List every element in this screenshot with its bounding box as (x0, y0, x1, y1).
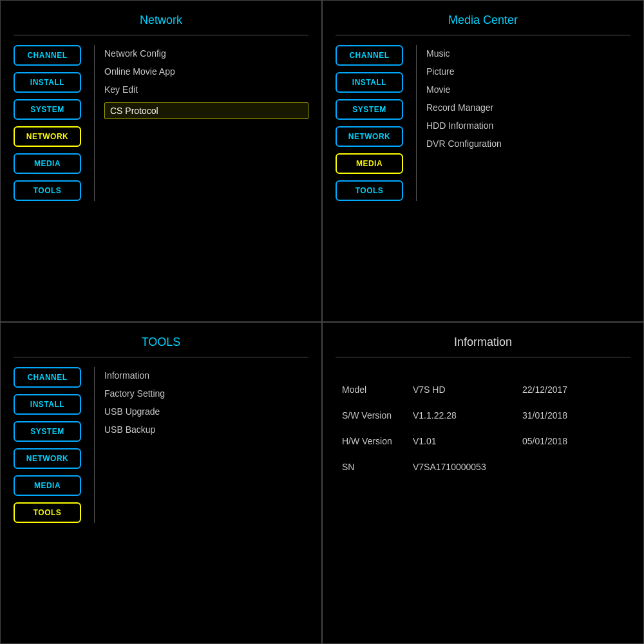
media-center-nav: CHANNEL INSTALL SYSTEM NETWORK MEDIA TOO… (336, 45, 406, 201)
info-row-hw: H/W Version V1.01 05/01/2018 (336, 428, 630, 454)
label-sn: SN (342, 462, 406, 472)
network-btn-install[interactable]: INSTALL (14, 72, 81, 93)
menu-online-movie[interactable]: Online Movie App (104, 66, 308, 77)
information-quadrant: Information Model V7S HD 22/12/2017 S/W … (322, 322, 644, 644)
media-center-quadrant: Media Center CHANNEL INSTALL SYSTEM NETW… (322, 0, 644, 322)
media-nav-divider (416, 45, 417, 201)
media-btn-network[interactable]: NETWORK (336, 126, 403, 147)
media-center-divider (336, 35, 630, 35)
tools-btn-tools[interactable]: TOOLS (14, 502, 81, 523)
tools-btn-system[interactable]: SYSTEM (14, 421, 81, 442)
value-sn: V7SA1710000053 (413, 462, 516, 472)
date-model: 22/12/2017 (522, 384, 567, 395)
label-model: Model (342, 384, 406, 395)
tools-nav: CHANNEL INSTALL SYSTEM NETWORK MEDIA TOO… (14, 367, 84, 523)
network-content: CHANNEL INSTALL SYSTEM NETWORK MEDIA TOO… (14, 45, 308, 201)
label-sw: S/W Version (342, 410, 406, 421)
date-sw: 31/01/2018 (522, 410, 567, 421)
information-divider (336, 357, 630, 357)
menu-record-manager[interactable]: Record Manager (426, 102, 630, 113)
menu-usb-upgrade[interactable]: USB Upgrade (104, 406, 308, 417)
network-divider (14, 35, 308, 35)
media-btn-channel[interactable]: CHANNEL (336, 45, 403, 66)
network-title: Network (140, 14, 182, 27)
media-btn-system[interactable]: SYSTEM (336, 99, 403, 120)
value-model: V7S HD (413, 384, 516, 395)
value-hw: V1.01 (413, 436, 516, 446)
network-menu: Network Config Online Movie App Key Edit… (104, 45, 308, 201)
value-sw: V1.1.22.28 (413, 410, 516, 421)
tools-title: TOOLS (142, 336, 181, 349)
tools-content: CHANNEL INSTALL SYSTEM NETWORK MEDIA TOO… (14, 367, 308, 523)
info-row-sw: S/W Version V1.1.22.28 31/01/2018 (336, 402, 630, 428)
date-hw: 05/01/2018 (522, 436, 567, 446)
media-menu: Music Picture Movie Record Manager HDD I… (426, 45, 630, 201)
network-nav-divider (94, 45, 95, 201)
menu-music[interactable]: Music (426, 48, 630, 59)
tools-btn-channel[interactable]: CHANNEL (14, 367, 81, 388)
tools-btn-network[interactable]: NETWORK (14, 448, 81, 469)
menu-cs-protocol[interactable]: CS Protocol (104, 102, 308, 119)
menu-dvr-configuration[interactable]: DVR Configuration (426, 138, 630, 149)
media-center-content: CHANNEL INSTALL SYSTEM NETWORK MEDIA TOO… (336, 45, 630, 201)
information-panel: Model V7S HD 22/12/2017 S/W Version V1.1… (336, 367, 630, 480)
network-nav: CHANNEL INSTALL SYSTEM NETWORK MEDIA TOO… (14, 45, 84, 201)
menu-information[interactable]: Information (104, 370, 308, 381)
media-btn-install[interactable]: INSTALL (336, 72, 403, 93)
tools-nav-divider (94, 367, 95, 523)
tools-btn-media[interactable]: MEDIA (14, 475, 81, 496)
media-btn-media[interactable]: MEDIA (336, 153, 403, 174)
network-btn-system[interactable]: SYSTEM (14, 99, 81, 120)
menu-picture[interactable]: Picture (426, 66, 630, 77)
info-row-model: Model V7S HD 22/12/2017 (336, 377, 630, 402)
media-btn-tools[interactable]: TOOLS (336, 180, 403, 201)
label-hw: H/W Version (342, 436, 406, 446)
info-row-sn: SN V7SA1710000053 (336, 454, 630, 480)
network-btn-network[interactable]: NETWORK (14, 126, 81, 147)
menu-key-edit[interactable]: Key Edit (104, 84, 308, 95)
menu-network-config[interactable]: Network Config (104, 48, 308, 59)
information-title: Information (454, 336, 512, 349)
tools-divider (14, 357, 308, 357)
network-btn-tools[interactable]: TOOLS (14, 180, 81, 201)
menu-factory-setting[interactable]: Factory Setting (104, 388, 308, 399)
tools-menu: Information Factory Setting USB Upgrade … (104, 367, 308, 523)
menu-usb-backup[interactable]: USB Backup (104, 424, 308, 435)
media-center-title: Media Center (448, 14, 518, 27)
menu-movie[interactable]: Movie (426, 84, 630, 95)
main-grid: Network CHANNEL INSTALL SYSTEM NETWORK M… (0, 0, 644, 644)
tools-quadrant: TOOLS CHANNEL INSTALL SYSTEM NETWORK MED… (0, 322, 322, 644)
tools-btn-install[interactable]: INSTALL (14, 394, 81, 415)
network-btn-channel[interactable]: CHANNEL (14, 45, 81, 66)
network-btn-media[interactable]: MEDIA (14, 153, 81, 174)
menu-hdd-information[interactable]: HDD Information (426, 120, 630, 131)
network-quadrant: Network CHANNEL INSTALL SYSTEM NETWORK M… (0, 0, 322, 322)
info-table: Model V7S HD 22/12/2017 S/W Version V1.1… (336, 377, 630, 480)
